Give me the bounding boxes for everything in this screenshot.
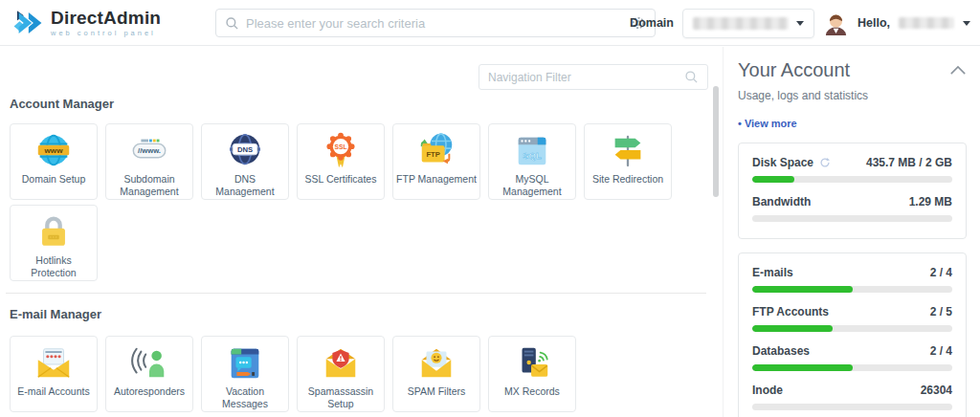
sidebar-subtitle: Usage, logs and statistics [738, 89, 967, 102]
svg-text:SSL: SSL [335, 143, 347, 150]
tile-label: SPAM Filters [405, 385, 468, 398]
usage-card-limits: E-mails 2 / 4 FTP Accounts 2 / 5 Databas… [738, 252, 967, 417]
refresh-icon[interactable] [819, 157, 831, 168]
svg-text://www.: //www. [138, 146, 161, 155]
navigation-filter-input[interactable] [488, 71, 679, 84]
svg-text:FTP: FTP [426, 150, 439, 159]
sql-window-icon: SQL [510, 130, 554, 172]
chevron-down-icon [796, 21, 804, 26]
stat-value: 2 / 5 [930, 305, 952, 318]
chat-window-icon [223, 342, 267, 384]
progress-bar [752, 215, 952, 222]
tile-label: SSL Certificates [302, 173, 380, 186]
svg-text:www: www [44, 146, 64, 155]
ftp-folder-globe-icon: FTP [414, 130, 458, 172]
spam-shield-envelope-icon [319, 342, 363, 384]
tile-domain-setup[interactable]: www Domain Setup [10, 123, 98, 200]
user-menu-chevron-down-icon[interactable] [963, 21, 970, 26]
search-input[interactable] [246, 16, 624, 31]
account-manager-tiles-row-1: www Domain Setup //www. Subdomain Manage… [10, 123, 672, 200]
directadmin-logo[interactable]: DirectAdmin web control panel [11, 7, 161, 39]
stat-label: Bandwidth [752, 195, 811, 208]
ssl-badge-icon: SSL [319, 130, 363, 172]
main-scrollbar-thumb[interactable] [713, 86, 719, 197]
server-mail-icon [510, 342, 554, 384]
domain-selector-dropdown[interactable] [682, 9, 814, 38]
stat-value: 2 / 4 [930, 344, 952, 358]
smiley-envelope-icon [414, 342, 458, 384]
padlock-icon [32, 211, 76, 253]
tile-email-accounts[interactable]: E-mail Accounts [10, 336, 98, 412]
tile-label: MX Records [501, 385, 563, 398]
filter-search-icon [684, 70, 699, 84]
stat-bandwidth: Bandwidth 1.29 MB [752, 195, 952, 222]
section-title-account-manager: Account Manager [10, 97, 114, 111]
navigation-filter [479, 64, 708, 90]
section-title-email-manager: E-mail Manager [10, 307, 101, 321]
tile-dns-management[interactable]: DNS DNS Management [201, 123, 289, 200]
tile-spam-filters[interactable]: SPAM Filters [392, 336, 480, 412]
stat-label: FTP Accounts [752, 305, 829, 318]
logo-title: DirectAdmin [51, 9, 161, 27]
tile-label: MySQL Management [489, 173, 575, 197]
stat-emails: E-mails 2 / 4 [752, 266, 952, 293]
progress-bar [752, 404, 952, 410]
greeting-label: Hello, [858, 16, 890, 30]
logo-tagline: web control panel [51, 29, 161, 37]
stat-value: 435.7 MB / 2 GB [866, 156, 952, 169]
tile-mysql-management[interactable]: SQL MySQL Management [488, 123, 576, 200]
tile-label: Hotlinks Protection [11, 254, 97, 278]
tile-label: Domain Setup [19, 173, 89, 186]
tile-label: FTP Management [393, 173, 479, 186]
collapse-chevron-up-icon[interactable] [949, 65, 967, 76]
progress-bar [752, 286, 952, 293]
envelope-letter-icon [32, 342, 76, 384]
view-more-link[interactable]: • View more [738, 118, 967, 129]
domain-label: Domain [630, 16, 674, 30]
tile-mx-records[interactable]: MX Records [488, 336, 576, 412]
stat-value: 2 / 4 [930, 266, 952, 279]
sidebar-title: Your Account [738, 59, 850, 81]
stat-label: E-mails [752, 266, 793, 279]
progress-bar [752, 176, 952, 183]
tile-site-redirection[interactable]: Site Redirection [584, 123, 672, 200]
tile-autoresponders[interactable]: Autoresponders [105, 336, 193, 412]
dns-globe-icon: DNS [223, 130, 267, 172]
stat-inode: Inode 26304 [752, 384, 952, 410]
progress-bar [752, 325, 952, 332]
tile-spamassassin-setup[interactable]: Spamassassin Setup [297, 336, 385, 412]
tile-label: Site Redirection [590, 173, 666, 186]
tile-ssl-certificates[interactable]: SSL SSL Certificates [297, 123, 385, 200]
user-avatar[interactable] [823, 11, 849, 36]
main-content: Account Manager www Domain Setup [0, 47, 722, 417]
account-manager-tiles-row-2: Hotlinks Protection [10, 205, 98, 281]
svg-text:SQL: SQL [523, 150, 542, 161]
stat-ftp-accounts: FTP Accounts 2 / 5 [752, 305, 952, 332]
tile-label: Autoresponders [111, 385, 188, 398]
usage-card-resources: Disk Space 435.7 MB / 2 GB Bandwidth 1.2… [738, 143, 967, 239]
search-icon [225, 16, 239, 31]
stat-value: 26304 [921, 384, 952, 397]
directadmin-logo-icon [11, 7, 44, 39]
stat-value: 1.29 MB [909, 195, 952, 208]
tile-label: Spamassassin Setup [298, 385, 384, 409]
tile-label: Subdomain Management [106, 173, 192, 197]
stat-disk-space: Disk Space 435.7 MB / 2 GB [752, 156, 952, 183]
tile-ftp-management[interactable]: FTP FTP Management [392, 123, 480, 200]
username-redacted [899, 17, 954, 29]
tile-hotlinks-protection[interactable]: Hotlinks Protection [10, 205, 98, 281]
www-globe-icon: www [32, 130, 76, 172]
tile-label: DNS Management [202, 173, 288, 197]
section-divider [6, 293, 706, 294]
stat-label: Databases [752, 344, 810, 358]
tile-subdomain-management[interactable]: //www. Subdomain Management [105, 123, 193, 200]
top-header: DirectAdmin web control panel Domain Hel… [0, 0, 980, 46]
stat-databases: Databases 2 / 4 [752, 344, 952, 371]
person-broadcast-icon [127, 342, 171, 384]
stat-label: Inode [752, 384, 783, 397]
tile-vacation-messages[interactable]: Vacation Messages [201, 336, 289, 412]
account-sidebar: Your Account Usage, logs and statistics … [723, 47, 980, 417]
email-manager-tiles-row: E-mail Accounts Autoresponders [10, 336, 576, 412]
global-search [215, 9, 656, 37]
signpost-icon [606, 130, 650, 172]
